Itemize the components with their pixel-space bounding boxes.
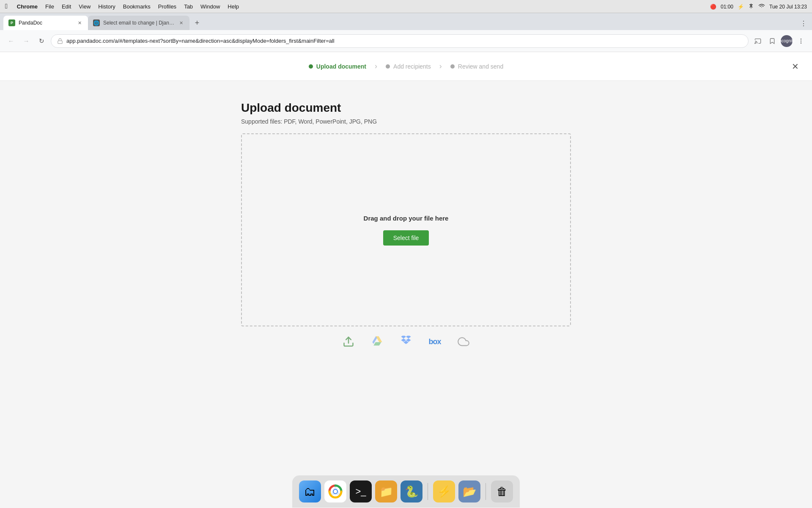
svg-point-1 xyxy=(755,43,755,43)
step-dot-recipients xyxy=(386,64,390,69)
wizard-step-upload[interactable]: Upload document xyxy=(309,63,366,70)
dock-finder[interactable]: 🗂 xyxy=(299,480,321,502)
tab-favicon-pandadoc: P xyxy=(8,19,15,26)
bookmark-icon[interactable] xyxy=(766,35,778,47)
lock-icon xyxy=(57,38,63,44)
dropbox-icon[interactable] xyxy=(398,334,414,349)
menu-view[interactable]: View xyxy=(79,3,91,10)
main-content: Upload document Supported files: PDF, Wo… xyxy=(0,81,812,508)
wizard-step-review[interactable]: Review and send xyxy=(450,63,503,70)
box-label: box xyxy=(428,337,441,346)
dock-terminal[interactable]: >_ xyxy=(350,480,372,502)
svg-point-2 xyxy=(801,39,801,39)
wizard-close-button[interactable]: ✕ xyxy=(788,60,802,73)
menu-history[interactable]: History xyxy=(98,3,115,10)
battery-time: 01:00 xyxy=(721,4,733,10)
menu-help[interactable]: Help xyxy=(228,3,239,10)
new-tab-button[interactable]: + xyxy=(191,17,203,29)
dock-chrome[interactable] xyxy=(324,480,346,502)
menu-profiles[interactable]: Profiles xyxy=(158,3,176,10)
address-bar: ← → ↻ app.pandadoc.com/a/#/templates-nex… xyxy=(0,30,812,52)
menu-chrome[interactable]: Chrome xyxy=(17,3,38,10)
svg-point-3 xyxy=(801,41,801,41)
battery-icon: 🔴 xyxy=(710,4,716,10)
dock-files[interactable]: 📂 xyxy=(458,480,480,502)
tab-favicon-django: 🌐 xyxy=(93,19,100,26)
menu-file[interactable]: File xyxy=(45,3,54,10)
svg-point-10 xyxy=(334,490,337,493)
dock-bolt[interactable]: ⚡ xyxy=(433,480,455,502)
power-icon: ⚡ xyxy=(738,4,744,10)
reload-button[interactable]: ↻ xyxy=(36,35,47,47)
step-label-review: Review and send xyxy=(458,63,503,70)
menu-tab[interactable]: Tab xyxy=(184,3,193,10)
tab-pandadoc[interactable]: P PandaDoc ✕ xyxy=(3,16,88,30)
tab-bar: P PandaDoc ✕ 🌐 Select email to change | … xyxy=(0,13,812,30)
svg-rect-0 xyxy=(58,41,63,43)
tab-bar-more[interactable]: ⋮ xyxy=(800,19,807,28)
profile-avatar[interactable]: Incognito xyxy=(781,35,793,47)
tab-title-django: Select email to change | Djang… xyxy=(103,20,174,26)
chrome-window: P PandaDoc ✕ 🌐 Select email to change | … xyxy=(0,13,812,508)
wifi-icon xyxy=(758,3,765,10)
menu-edit[interactable]: Edit xyxy=(62,3,71,10)
upload-section: Upload document Supported files: PDF, Wo… xyxy=(241,101,571,349)
wizard-step-recipients[interactable]: Add recipients xyxy=(386,63,431,70)
wizard-steps: Upload document › Add recipients › Revie… xyxy=(309,62,503,71)
google-drive-icon[interactable] xyxy=(370,334,385,349)
bluetooth-icon xyxy=(748,3,754,10)
chrome-logo xyxy=(328,484,343,499)
forward-button[interactable]: → xyxy=(20,35,32,47)
dock-trash[interactable]: 🗑 xyxy=(491,480,513,502)
dock-python[interactable]: 🐍 xyxy=(401,480,422,502)
more-options-icon[interactable] xyxy=(795,35,807,47)
drop-zone[interactable]: Drag and drop your file here Select file xyxy=(241,133,571,326)
local-upload-icon[interactable] xyxy=(341,334,356,349)
datetime: Tue 20 Jul 13:23 xyxy=(769,4,807,10)
onedrive-icon[interactable] xyxy=(456,334,471,349)
tab-close-django[interactable]: ✕ xyxy=(178,19,184,26)
back-button[interactable]: ← xyxy=(5,35,17,47)
upload-title: Upload document xyxy=(241,101,571,115)
menu-bookmarks[interactable]: Bookmarks xyxy=(123,3,151,10)
url-bar[interactable]: app.pandadoc.com/a/#/templates-next?sort… xyxy=(51,34,749,48)
step-label-upload: Upload document xyxy=(316,63,366,70)
menu-bar:  Chrome File Edit View History Bookmark… xyxy=(0,0,812,13)
step-arrow-1: › xyxy=(375,62,377,71)
dock-divider xyxy=(428,483,428,500)
step-dot-upload xyxy=(309,64,313,69)
cast-icon[interactable] xyxy=(752,35,764,47)
wizard-header: Upload document › Add recipients › Revie… xyxy=(0,52,812,81)
step-label-recipients: Add recipients xyxy=(393,63,431,70)
tab-title-pandadoc: PandaDoc xyxy=(19,20,73,26)
svg-point-4 xyxy=(801,43,801,43)
dock-scripts[interactable]: 📁 xyxy=(375,480,397,502)
step-arrow-2: › xyxy=(439,62,442,71)
cloud-source-icons: box xyxy=(241,334,571,349)
drop-text: Drag and drop your file here xyxy=(364,215,449,222)
step-dot-review xyxy=(450,64,455,69)
url-text: app.pandadoc.com/a/#/templates-next?sort… xyxy=(66,38,742,44)
box-icon[interactable]: box xyxy=(427,334,442,349)
upload-subtitle: Supported files: PDF, Word, PowerPoint, … xyxy=(241,118,571,125)
tab-django[interactable]: 🌐 Select email to change | Djang… ✕ xyxy=(88,16,189,30)
select-file-button[interactable]: Select file xyxy=(383,230,429,246)
dock-divider-2 xyxy=(486,483,486,500)
dock: 🗂 >_ 📁 🐍 ⚡ 📂 xyxy=(292,475,520,508)
incognito-label: Incognito xyxy=(778,39,796,43)
menu-window[interactable]: Window xyxy=(200,3,220,10)
tab-close-pandadoc[interactable]: ✕ xyxy=(76,19,83,26)
apple-menu[interactable]:  xyxy=(5,3,8,10)
